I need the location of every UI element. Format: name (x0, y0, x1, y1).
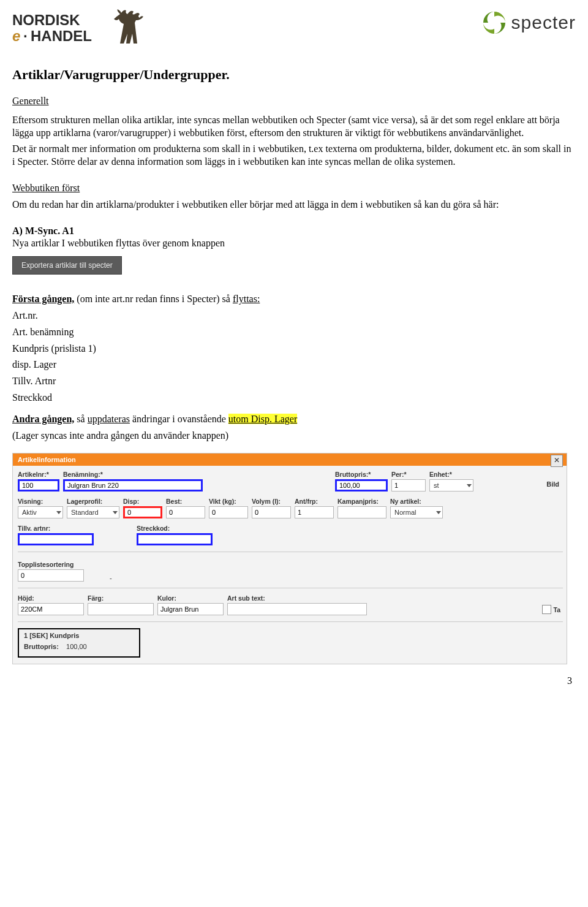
select-visning[interactable]: Aktiv (18, 506, 63, 518)
chevron-down-icon (436, 511, 441, 514)
artikelinformation-panel: ✕ Artikelinformation Artikelnr:* Benämni… (12, 453, 567, 664)
heading-webbutiken-forst: Webbutiken först (12, 183, 80, 193)
kundpris-title: 1 [SEK] Kundpris (24, 632, 134, 639)
list-item: Art.nr. (12, 309, 576, 322)
input-tillv-artnr[interactable] (18, 533, 94, 545)
input-volym[interactable] (252, 506, 291, 518)
input-topplistesortering[interactable] (18, 569, 84, 582)
input-artikelnr[interactable] (18, 479, 59, 491)
logo-text-e: e (12, 28, 20, 44)
heading-a1: A) M-Sync. A1 (12, 226, 74, 236)
logo-specter-text: specter (511, 12, 576, 33)
label-benamning: Benämning:* (63, 471, 203, 478)
label-antfrp: Ant/frp: (295, 498, 334, 505)
label-artikelnr: Artikelnr:* (18, 471, 59, 478)
label-kulor: Kulor: (157, 594, 224, 602)
specter-swirl-icon (481, 9, 508, 36)
webbutiken-paragraph: Om du redan har din artiklarna/produkter… (12, 199, 576, 211)
page-title: Artiklar/Varugrupper/Undergrupper. (12, 67, 576, 83)
label-ta: Ta (554, 606, 560, 613)
list-item: Art. benämning (12, 326, 576, 339)
andra-gangen-line2: (Lager syncas inte andra gången du använ… (12, 430, 576, 442)
list-item: Kundpris (prislista 1) (12, 343, 576, 355)
input-vikt[interactable] (209, 506, 248, 518)
label-vikt: Vikt (kg): (209, 498, 248, 505)
input-streckkod[interactable] (137, 533, 213, 545)
select-lagerprofil[interactable]: Standard (67, 506, 119, 518)
label-enhet: Enhet:* (429, 471, 473, 478)
input-hojd[interactable] (18, 603, 84, 615)
label-nyartikel: Ny artikel: (390, 498, 443, 505)
label-kampanjpris: Kampanjpris: (337, 498, 386, 505)
label-per: Per:* (391, 471, 426, 478)
logo-specter: specter (481, 9, 576, 36)
input-farg[interactable] (88, 603, 154, 615)
close-button[interactable]: ✕ (551, 455, 563, 467)
value-bruttopris-price: 100,00 (66, 643, 87, 650)
andra-gangen-label: Andra gången, (12, 414, 74, 424)
forsta-gangen-label: Första gången, (12, 294, 74, 304)
list-item: disp. Lager (12, 359, 576, 371)
chevron-down-icon (56, 511, 61, 514)
list-item: Streckkod (12, 392, 576, 404)
label-best: Best: (166, 498, 205, 505)
input-kulor[interactable] (157, 603, 224, 615)
label-visning: Visning: (18, 498, 63, 505)
select-enhet[interactable]: st (429, 479, 473, 491)
logo-nordisk-ehandel: NORDISK e · HANDEL (12, 9, 147, 48)
a1-subtext: Nya artiklar I webbutiken flyttas över g… (12, 238, 225, 248)
input-antfrp[interactable] (295, 506, 334, 518)
label-bruttopris: Bruttopris:* (335, 471, 388, 478)
label-topplistesortering: Topplistesortering (18, 561, 84, 568)
label-disp: Disp: (123, 498, 162, 505)
select-nyartikel[interactable]: Normal (390, 506, 443, 518)
panel-header: Artikelinformation (13, 454, 567, 466)
label-tillv-artnr: Tillv. artnr: (18, 525, 94, 532)
label-streckkod: Streckkod: (137, 525, 213, 532)
logo-text-line1: NORDISK (12, 12, 80, 28)
page-number: 3 (12, 675, 576, 686)
topplist-dash: - (110, 558, 112, 582)
heading-generellt: Generellt (12, 96, 49, 106)
highlight-utom-disp-lager: utom Disp. Lager (228, 414, 297, 424)
label-lagerprofil: Lagerprofil: (67, 498, 119, 505)
label-farg: Färg: (88, 594, 154, 602)
input-benamning[interactable] (63, 479, 203, 491)
logo-text-handel: HANDEL (31, 28, 92, 44)
input-art-sub-text[interactable] (227, 603, 367, 615)
svg-text:·: · (23, 28, 28, 44)
chevron-down-icon (113, 511, 118, 514)
input-best[interactable] (166, 506, 205, 518)
moose-icon (113, 9, 147, 48)
input-kampanjpris[interactable] (337, 506, 386, 518)
generellt-paragraph-1: Eftersom strukturen mellan olika artikla… (12, 114, 576, 140)
export-articles-button[interactable]: Exportera artiklar till specter (12, 256, 122, 275)
chevron-down-icon (467, 484, 472, 487)
input-bruttopris[interactable] (335, 479, 388, 491)
checkbox-ta[interactable] (542, 605, 551, 614)
label-volym: Volym (l): (252, 498, 291, 505)
page-header: NORDISK e · HANDEL specter (12, 9, 576, 48)
input-disp[interactable] (123, 506, 162, 518)
list-item: Tillv. Artnr (12, 375, 576, 388)
kundpris-box: 1 [SEK] Kundpris Bruttopris: 100,00 (18, 628, 140, 658)
label-art-sub-text: Art sub text: (227, 594, 367, 602)
label-hojd: Höjd: (18, 594, 84, 602)
generellt-paragraph-2: Det är normalt mer information om produk… (12, 143, 576, 169)
label-bild: Bild (546, 480, 563, 491)
input-per[interactable] (391, 479, 426, 491)
label-bruttopris-price: Bruttopris: (24, 643, 59, 650)
